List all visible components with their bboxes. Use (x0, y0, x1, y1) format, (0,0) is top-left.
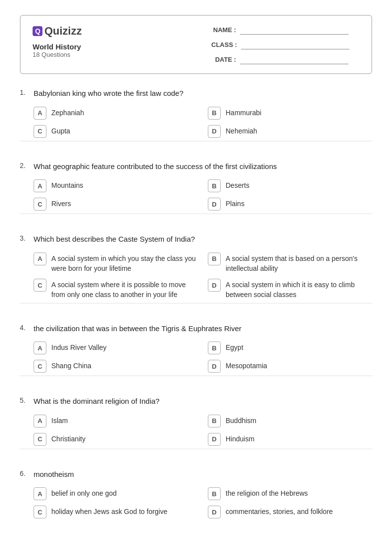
option-6-B[interactable]: Bthe religion of the Hebrews (208, 487, 372, 500)
option-1-A[interactable]: AZephaniah (34, 106, 198, 120)
option-text-6-A: belief in only one god (51, 487, 117, 498)
option-letter-2-C: C (34, 198, 46, 211)
question-block-2: 2.What geographic feature contributed to… (20, 161, 372, 223)
question-header-1: 1.Babylonian king who wrote the first la… (20, 88, 372, 99)
question-text-2: What geographic feature contributed to t… (34, 161, 277, 172)
question-header-5: 5.What is the dominant religion of India… (20, 396, 372, 407)
question-text-4: the civilization that was in between the… (34, 323, 241, 335)
option-letter-1-B: B (208, 107, 221, 120)
option-text-1-B: Hammurabi (226, 106, 261, 118)
option-6-A[interactable]: Abelief in only one god (34, 487, 198, 500)
option-text-2-C: Rivers (51, 197, 71, 209)
divider-4 (20, 376, 372, 376)
question-header-2: 2.What geographic feature contributed to… (20, 161, 372, 172)
class-input[interactable] (241, 40, 350, 49)
question-block-1: 1.Babylonian king who wrote the first la… (20, 88, 372, 150)
option-4-A[interactable]: AIndus River Valley (34, 341, 198, 354)
header-box: Q Quizizz World History 18 Questions NAM… (20, 15, 372, 74)
option-6-D[interactable]: Dcommentaries, stories, and folklore (208, 505, 372, 518)
option-5-D[interactable]: DHinduism (208, 432, 372, 446)
question-num-2: 2. (20, 161, 34, 170)
question-num-5: 5. (20, 396, 34, 404)
option-3-A[interactable]: AA social system in which you stay the c… (34, 252, 198, 274)
option-letter-6-B: B (208, 487, 221, 500)
option-letter-1-D: D (208, 125, 221, 138)
option-letter-4-A: A (34, 342, 46, 354)
question-block-3: 3.Which best describes the Caste System … (20, 234, 372, 312)
option-text-6-D: commentaries, stories, and folklore (226, 505, 333, 516)
option-3-B[interactable]: BA social system that is based on a pers… (208, 252, 372, 274)
option-letter-1-A: A (34, 107, 46, 120)
question-num-3: 3. (20, 234, 34, 242)
options-grid-5: AIslamBBuddhismCChristianityDHinduism (20, 414, 372, 446)
question-text-6: monotheism (34, 469, 74, 480)
question-header-4: 4.the civilization that was in between t… (20, 323, 372, 335)
option-text-5-B: Buddhism (226, 414, 256, 426)
question-block-6: 6.monotheismAbelief in only one godBthe … (20, 469, 372, 519)
option-5-C[interactable]: CChristianity (34, 432, 198, 446)
option-letter-3-D: D (208, 279, 221, 292)
option-6-C[interactable]: Choliday when Jews ask God to forgive (34, 505, 198, 518)
options-grid-4: AIndus River ValleyBEgyptCShang ChinaDMe… (20, 341, 372, 373)
option-letter-1-C: C (34, 125, 46, 138)
option-letter-2-D: D (208, 198, 221, 211)
option-letter-5-D: D (208, 433, 221, 446)
option-letter-6-A: A (34, 487, 46, 500)
option-1-B[interactable]: BHammurabi (208, 106, 372, 120)
question-header-6: 6.monotheism (20, 469, 372, 480)
option-4-C[interactable]: CShang China (34, 359, 198, 373)
logo: Q Quizizz (33, 25, 82, 38)
option-2-D[interactable]: DPlains (208, 197, 372, 211)
question-num-1: 1. (20, 88, 34, 96)
options-grid-3: AA social system in which you stay the c… (20, 252, 372, 300)
option-text-4-B: Egypt (226, 341, 243, 352)
divider-1 (20, 141, 372, 141)
option-letter-3-B: B (208, 253, 221, 265)
question-num-4: 4. (20, 323, 34, 332)
divider-2 (20, 213, 372, 214)
option-text-3-D: A social system in which it is easy to c… (226, 278, 372, 300)
option-2-C[interactable]: CRivers (34, 197, 198, 211)
option-text-1-C: Gupta (51, 125, 70, 136)
name-label: NAME : (211, 26, 236, 34)
name-row: NAME : (211, 25, 359, 35)
option-5-A[interactable]: AIslam (34, 414, 198, 427)
option-letter-5-C: C (34, 433, 46, 446)
option-letter-6-D: D (208, 506, 221, 518)
class-row: CLASS : (211, 40, 359, 49)
question-text-5: What is the dominant religion of India? (34, 396, 159, 407)
class-label: CLASS : (211, 41, 237, 48)
quiz-count: 18 Questions (33, 51, 82, 58)
date-input[interactable] (240, 54, 349, 64)
form-fields: NAME : CLASS : DATE : (211, 25, 359, 64)
option-4-B[interactable]: BEgypt (208, 341, 372, 354)
option-text-2-A: Mountains (51, 179, 83, 190)
option-3-D[interactable]: DA social system in which it is easy to … (208, 278, 372, 300)
option-letter-4-B: B (208, 342, 221, 354)
divider-3 (20, 303, 372, 303)
option-5-B[interactable]: BBuddhism (208, 414, 372, 427)
question-block-5: 5.What is the dominant religion of India… (20, 396, 372, 458)
option-text-6-C: holiday when Jews ask God to forgive (51, 505, 167, 516)
option-text-1-D: Nehemiah (226, 125, 257, 136)
option-4-D[interactable]: DMesopotamia (208, 359, 372, 373)
option-letter-5-A: A (34, 415, 46, 427)
option-text-5-C: Christianity (51, 432, 85, 444)
logo-text: Quizizz (44, 25, 82, 38)
questions-section: 1.Babylonian king who wrote the first la… (20, 88, 372, 529)
question-text-1: Babylonian king who wrote the first law … (34, 88, 184, 99)
option-letter-6-C: C (34, 506, 46, 518)
option-2-A[interactable]: AMountains (34, 179, 198, 192)
option-text-4-C: Shang China (51, 359, 91, 371)
option-letter-2-A: A (34, 179, 46, 192)
option-letter-5-B: B (208, 415, 221, 427)
question-header-3: 3.Which best describes the Caste System … (20, 234, 372, 245)
option-3-C[interactable]: CA social system where it is possible to… (34, 278, 198, 300)
name-input[interactable] (240, 25, 349, 35)
option-1-D[interactable]: DNehemiah (208, 125, 372, 138)
option-1-C[interactable]: CGupta (34, 125, 198, 138)
option-2-B[interactable]: BDeserts (208, 179, 372, 192)
option-text-3-B: A social system that is based on a perso… (226, 252, 372, 274)
logo-area: Q Quizizz World History 18 Questions (33, 25, 82, 58)
option-text-4-D: Mesopotamia (226, 359, 267, 371)
